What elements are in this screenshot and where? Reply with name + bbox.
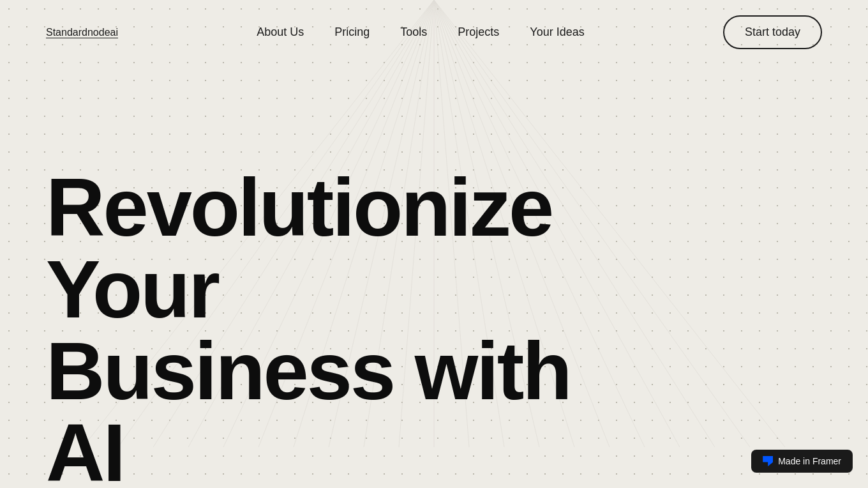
hero-section: Revolutionize Your Business with AI Is y… [0,65,868,488]
nav-link-projects[interactable]: Projects [458,26,499,38]
nav-item-about[interactable]: About Us [257,26,304,39]
framer-badge[interactable]: Made in Framer [751,450,853,473]
nav-link-pricing[interactable]: Pricing [334,26,370,38]
nav-item-pricing[interactable]: Pricing [334,26,370,39]
hero-title-line2: Business with AI [46,325,571,488]
nav-links: About Us Pricing Tools Projects Your Ide… [257,26,585,39]
nav-link-your-ideas[interactable]: Your Ideas [530,26,584,38]
nav-item-tools[interactable]: Tools [400,26,427,39]
hero-title-line1: Revolutionize Your [46,162,552,335]
nav-link-tools[interactable]: Tools [400,26,427,38]
framer-badge-label: Made in Framer [778,456,841,466]
nav-item-your-ideas[interactable]: Your Ideas [530,26,584,39]
hero-title: Revolutionize Your Business with AI [46,167,652,488]
framer-icon [763,456,773,466]
nav-item-projects[interactable]: Projects [458,26,499,39]
nav-link-about[interactable]: About Us [257,26,304,38]
logo[interactable]: Standardnodeai [46,27,118,38]
navbar: Standardnodeai About Us Pricing Tools Pr… [0,0,868,65]
start-today-button[interactable]: Start today [723,15,822,49]
